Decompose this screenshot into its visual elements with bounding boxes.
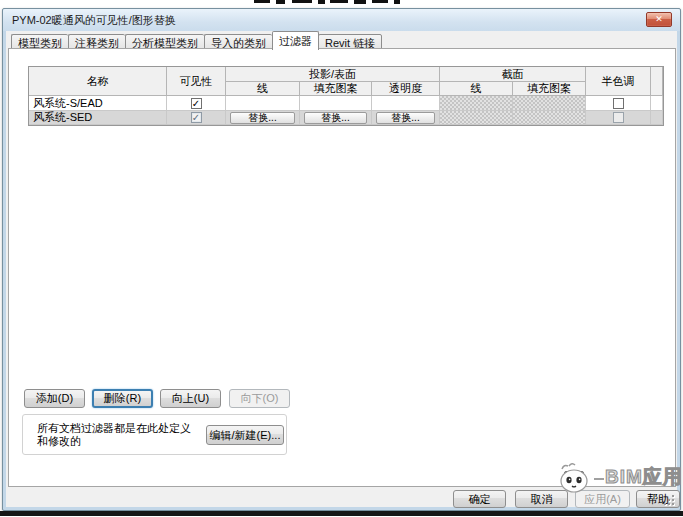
halftone-cell[interactable]: ✓ [586, 96, 651, 111]
override-lines-button[interactable]: 替换... [230, 112, 295, 124]
projection-patterns-cell[interactable] [300, 96, 372, 111]
override-transparency-button[interactable]: 替换... [376, 112, 435, 124]
cut-patterns-cell-disabled [513, 111, 586, 125]
filters-tab-page: 名称 可见性 投影/表面 截面 半色调 线 填充图案 透明度 线 填充图案 风系… [8, 48, 676, 487]
title-bar[interactable]: PYM-02暖通风的可见性/图形替换 ✕ [3, 9, 680, 31]
filter-row-name[interactable]: 风系统-S/EAD [29, 96, 167, 111]
halftone-cell[interactable]: ✓ [586, 111, 651, 125]
filters-note-groupbox: 所有文档过滤器都是在此处定义和修改的 编辑/新建(E)... [22, 414, 287, 455]
edit-new-filters-button[interactable]: 编辑/新建(E)... [206, 425, 284, 445]
watermark: BIM应用 [556, 461, 683, 493]
subheader-projection-lines[interactable]: 线 [226, 82, 300, 96]
column-header-halftone[interactable]: 半色调 [586, 67, 651, 96]
visibility-cell[interactable]: ✓ [167, 96, 226, 111]
projection-lines-cell: 替换... [226, 111, 300, 125]
projection-patterns-cell: 替换... [300, 111, 372, 125]
move-down-button: 向下(O) [229, 389, 290, 408]
projection-transparency-cell: 替换... [372, 111, 440, 125]
cut-patterns-cell-disabled [513, 96, 586, 111]
checkbox-checked-icon[interactable]: ✓ [191, 98, 202, 109]
dialog-title: PYM-02暖通风的可见性/图形替换 [12, 13, 176, 28]
close-icon[interactable]: ✕ [646, 12, 672, 27]
remove-filter-button[interactable]: 删除(R) [92, 389, 153, 408]
checkbox-unchecked-icon[interactable]: ✓ [613, 112, 624, 123]
row-spacer-cell [651, 111, 663, 125]
cut-lines-cell-disabled [440, 96, 513, 111]
subheader-cut-patterns[interactable]: 填充图案 [513, 82, 586, 96]
checkbox-unchecked-icon[interactable]: ✓ [613, 98, 624, 109]
projection-lines-cell[interactable] [226, 96, 300, 111]
filter-row-name[interactable]: 风系统-SED [29, 111, 167, 125]
watermark-brand: BIM应用 [605, 464, 683, 490]
visibility-graphics-dialog: PYM-02暖通风的可见性/图形替换 ✕ 模型类别 注释类别 分析模型类别 导入… [2, 8, 681, 511]
ok-button[interactable]: 确定 [453, 490, 506, 508]
projection-transparency-cell[interactable] [372, 96, 440, 111]
add-filter-button[interactable]: 添加(D) [24, 389, 85, 408]
subheader-projection-patterns[interactable]: 填充图案 [300, 82, 372, 96]
subheader-cut-lines[interactable]: 线 [440, 82, 513, 96]
move-up-button[interactable]: 向上(U) [160, 389, 221, 408]
resize-grip-icon[interactable] [664, 495, 674, 505]
dialog-client-area: 模型类别 注释类别 分析模型类别 导入的类别 过滤器 Revit 链接 名称 可… [6, 31, 677, 507]
watermark-dash [594, 478, 604, 480]
override-patterns-button[interactable]: 替换... [304, 112, 367, 124]
column-header-spacer [651, 67, 663, 96]
visibility-cell[interactable]: ✓ [167, 111, 226, 125]
column-header-cut[interactable]: 截面 [440, 67, 586, 82]
column-header-visibility[interactable]: 可见性 [167, 67, 226, 96]
checkbox-checked-icon[interactable]: ✓ [191, 112, 202, 123]
panda-logo-icon [556, 461, 594, 493]
column-header-projection-surface[interactable]: 投影/表面 [226, 67, 440, 82]
filter-table: 名称 可见性 投影/表面 截面 半色调 线 填充图案 透明度 线 填充图案 风系… [28, 66, 664, 126]
tab-filters[interactable]: 过滤器 [272, 31, 319, 50]
subheader-projection-transparency[interactable]: 透明度 [372, 82, 440, 96]
row-spacer-cell [651, 96, 663, 111]
cut-lines-cell-disabled [440, 111, 513, 125]
bottom-divider-bar [0, 511, 683, 516]
filters-note-text: 所有文档过滤器都是在此处定义和修改的 [37, 422, 197, 448]
column-header-name[interactable]: 名称 [29, 67, 167, 96]
filter-action-buttons: 添加(D) 删除(R) 向上(U) 向下(O) [24, 389, 297, 408]
